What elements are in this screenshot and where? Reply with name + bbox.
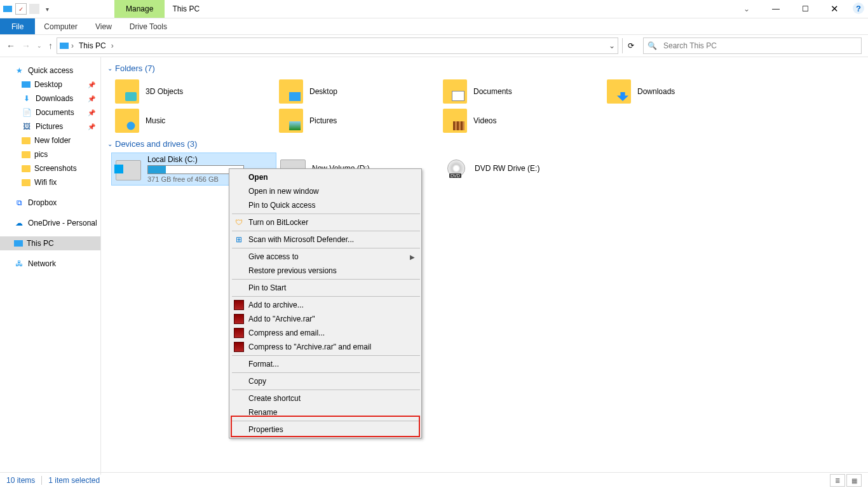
help-button[interactable]: ?: [853, 3, 864, 14]
ctx-properties[interactable]: Properties: [231, 423, 420, 437]
recent-caret[interactable]: ⌄: [37, 43, 42, 49]
ribbon-collapse-caret[interactable]: ⌄: [732, 0, 761, 18]
sidebar-item-new-folder[interactable]: New folder: [0, 133, 100, 147]
ctx-format[interactable]: Format...: [231, 357, 420, 371]
address-history-caret[interactable]: ⌄: [609, 41, 615, 50]
sidebar-label: Screenshots: [34, 164, 77, 173]
ctx-open-new-window[interactable]: Open in new window: [231, 184, 420, 198]
back-button[interactable]: ←: [6, 41, 15, 51]
sidebar-item-pictures[interactable]: 🖼Pictures📌: [0, 119, 100, 133]
sidebar-item-wifi-fix[interactable]: Wifi fix: [0, 175, 100, 189]
sidebar-item-dropbox[interactable]: ⧉Dropbox: [0, 196, 100, 210]
qat-new-icon[interactable]: [29, 4, 39, 14]
view-details-button[interactable]: ≣: [830, 474, 845, 487]
sidebar-item-downloads[interactable]: ⬇Downloads📌: [0, 92, 100, 105]
ctx-compress-rar-email[interactable]: Compress to "Archive.rar" and email: [231, 340, 420, 354]
quick-access-toolbar: ✓ ▾: [0, 0, 55, 18]
sidebar-item-network[interactable]: 🖧Network: [0, 257, 100, 271]
ctx-compress-email[interactable]: Compress and email...: [231, 326, 420, 340]
tab-view[interactable]: View: [86, 18, 121, 34]
tile-3d-objects[interactable]: 3D Objects: [111, 77, 275, 106]
ctx-create-shortcut[interactable]: Create shortcut: [231, 391, 420, 405]
maximize-button[interactable]: ☐: [790, 0, 820, 18]
winrar-icon: [234, 314, 244, 324]
tile-pictures[interactable]: Pictures: [275, 106, 439, 135]
ctx-add-archive-rar[interactable]: Add to "Archive.rar": [231, 312, 420, 326]
tile-videos[interactable]: Videos: [439, 106, 603, 135]
app-icon: [3, 4, 13, 14]
winrar-icon: [234, 328, 244, 338]
refresh-button[interactable]: ⟳: [622, 38, 639, 53]
drive-icon: [116, 160, 141, 180]
qat-dropdown-icon[interactable]: ▾: [42, 4, 52, 14]
defender-icon: ⊞: [234, 234, 244, 245]
manage-contextual-tab[interactable]: Manage: [114, 0, 165, 18]
body: ★Quick access Desktop📌 ⬇Downloads📌 📄Docu…: [0, 57, 868, 475]
tile-label: Documents: [473, 87, 512, 96]
sidebar-label: New folder: [34, 136, 71, 145]
sidebar-label: Dropbox: [28, 198, 57, 207]
ctx-open[interactable]: Open: [231, 170, 420, 184]
ctx-defender-scan[interactable]: ⊞Scan with Microsoft Defender...: [231, 233, 420, 247]
pin-icon: 📌: [88, 95, 95, 102]
drive-e[interactable]: DVD DVD RW Drive (E:): [440, 152, 604, 184]
sidebar-item-screenshots[interactable]: Screenshots: [0, 161, 100, 175]
address-bar[interactable]: › This PC › ⌄: [57, 37, 618, 54]
ctx-label: Scan with Microsoft Defender...: [248, 235, 354, 244]
folder-icon: [443, 79, 467, 104]
address-chevron-icon[interactable]: ›: [71, 41, 74, 50]
tab-computer[interactable]: Computer: [35, 18, 86, 34]
ctx-bitlocker[interactable]: 🛡Turn on BitLocker: [231, 215, 420, 229]
winrar-icon: [234, 300, 244, 310]
chevron-down-icon: ⌄: [107, 65, 112, 72]
address-crumb-thispc[interactable]: This PC: [76, 41, 109, 50]
sidebar-item-this-pc[interactable]: This PC: [0, 236, 100, 250]
tile-downloads[interactable]: Downloads: [603, 77, 767, 106]
star-icon: ★: [14, 65, 24, 76]
group-header-folders[interactable]: ⌄Folders (7): [107, 64, 862, 73]
search-icon: 🔍: [648, 41, 657, 50]
group-header-drives[interactable]: ⌄Devices and drives (3): [107, 139, 862, 149]
sidebar-item-desktop[interactable]: Desktop📌: [0, 78, 100, 92]
qat-properties-icon[interactable]: ✓: [15, 3, 27, 15]
sidebar-item-pics[interactable]: pics: [0, 147, 100, 161]
tile-label: Pictures: [309, 116, 337, 125]
up-button[interactable]: ↑: [48, 41, 53, 51]
view-icons-button[interactable]: ▦: [846, 474, 862, 487]
address-chevron-icon[interactable]: ›: [111, 41, 114, 50]
navigation-pane: ★Quick access Desktop📌 ⬇Downloads📌 📄Docu…: [0, 57, 101, 475]
tile-documents[interactable]: Documents: [439, 77, 603, 106]
sidebar-label: Quick access: [28, 66, 73, 75]
ctx-pin-start[interactable]: Pin to Start: [231, 281, 420, 295]
forward-button[interactable]: →: [22, 41, 31, 51]
ctx-rename[interactable]: Rename: [231, 405, 420, 419]
close-button[interactable]: ✕: [820, 0, 849, 18]
tile-music[interactable]: Music: [111, 106, 275, 135]
tab-drive-tools[interactable]: Drive Tools: [121, 18, 176, 34]
sidebar-item-quick-access[interactable]: ★Quick access: [0, 64, 100, 78]
nav-arrows: ← → ⌄ ↑: [6, 41, 53, 51]
winrar-icon: [234, 342, 244, 352]
minimize-button[interactable]: —: [761, 0, 790, 18]
chevron-down-icon: ⌄: [107, 140, 112, 147]
ctx-label: Pin to Start: [248, 283, 286, 292]
ctx-add-archive[interactable]: Add to archive...: [231, 298, 420, 312]
sidebar-label: Wifi fix: [34, 178, 57, 187]
ctx-copy[interactable]: Copy: [231, 374, 420, 388]
folder-icon: [22, 165, 31, 172]
pc-icon: [14, 240, 23, 247]
ctx-label: Add to archive...: [248, 301, 304, 309]
tile-desktop[interactable]: Desktop: [275, 77, 439, 106]
ctx-give-access[interactable]: Give access to▶: [231, 250, 420, 264]
sidebar-item-onedrive[interactable]: ☁OneDrive - Personal: [0, 216, 100, 230]
sidebar-label: Downloads: [36, 94, 73, 103]
ctx-label: Format...: [248, 360, 279, 369]
tile-label: Desktop: [309, 87, 337, 96]
tab-file[interactable]: File: [0, 18, 35, 34]
ctx-pin-quick-access[interactable]: Pin to Quick access: [231, 198, 420, 212]
dropbox-icon: ⧉: [14, 198, 24, 208]
ctx-restore-versions[interactable]: Restore previous versions: [231, 264, 420, 278]
search-box[interactable]: 🔍 Search This PC: [643, 37, 862, 54]
sidebar-item-documents[interactable]: 📄Documents📌: [0, 105, 100, 119]
ctx-label: Open in new window: [248, 187, 319, 196]
